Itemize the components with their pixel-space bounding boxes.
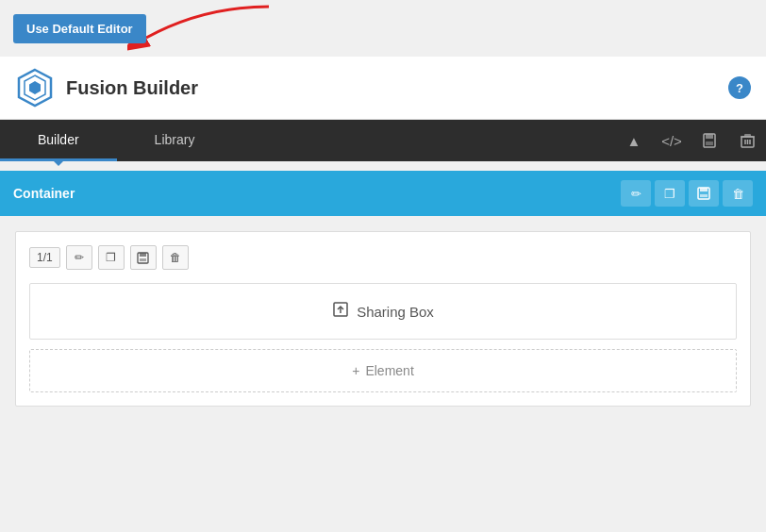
svg-rect-6 (706, 141, 713, 145)
add-element-box[interactable]: + Element (29, 349, 737, 392)
container-icons: ✏ ❐ 🗑 (621, 180, 753, 207)
clone-container-button[interactable]: ❐ (655, 180, 685, 207)
container-label: Container (13, 186, 75, 201)
tabs-bar: Builder Library ▲ </> (0, 120, 766, 161)
arrow-up-icon[interactable]: ▲ (615, 120, 653, 161)
fusion-logo (15, 68, 55, 108)
add-element-label: Element (365, 363, 413, 378)
header-title: Fusion Builder (66, 77, 198, 99)
row-toolbar: 1/1 ✏ ❐ 🗑 (29, 245, 737, 270)
row-label: 1/1 (29, 247, 60, 268)
delete-row-button[interactable]: 🗑 (162, 245, 189, 270)
sharing-box-icon (332, 301, 349, 322)
save-toolbar-icon[interactable] (691, 120, 728, 161)
top-bar: Use Default Editor (0, 0, 766, 57)
delete-container-button[interactable]: 🗑 (723, 180, 753, 207)
help-icon[interactable]: ? (728, 76, 751, 99)
tab-library[interactable]: Library (117, 121, 233, 161)
svg-marker-3 (29, 81, 41, 94)
toolbar-icons: ▲ </> (615, 120, 766, 161)
svg-rect-17 (140, 253, 146, 257)
edit-container-button[interactable]: ✏ (621, 180, 651, 207)
edit-row-button[interactable]: ✏ (66, 245, 92, 270)
code-icon[interactable]: </> (653, 120, 691, 161)
svg-rect-14 (700, 188, 708, 191)
header: Fusion Builder ? (0, 57, 766, 120)
sharing-box-label: Sharing Box (357, 304, 434, 320)
use-default-editor-button[interactable]: Use Default Editor (13, 14, 146, 43)
header-left: Fusion Builder (15, 68, 198, 108)
clone-row-button[interactable]: ❐ (98, 245, 125, 270)
save-container-button[interactable] (689, 180, 719, 207)
delete-toolbar-icon[interactable] (728, 120, 766, 161)
container-bar: Container ✏ ❐ 🗑 (0, 171, 766, 216)
svg-rect-5 (706, 134, 713, 139)
save-row-button[interactable] (130, 245, 157, 270)
sharing-box-element[interactable]: Sharing Box (29, 283, 737, 340)
add-element-plus-icon: + (352, 363, 359, 378)
arrow-annotation (127, 2, 278, 54)
svg-rect-15 (700, 194, 708, 197)
svg-rect-18 (140, 258, 146, 261)
tab-builder[interactable]: Builder (0, 121, 117, 161)
row-section: 1/1 ✏ ❐ 🗑 Sharing Box + Ele (15, 231, 751, 407)
